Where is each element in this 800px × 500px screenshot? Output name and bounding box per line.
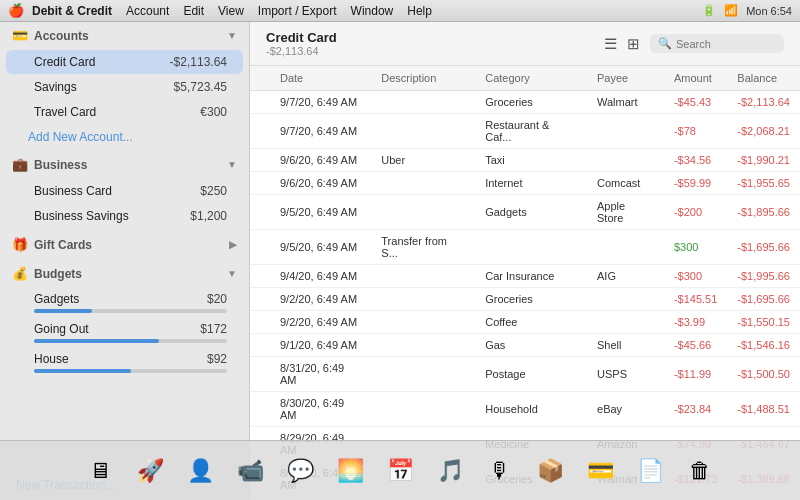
menu-account[interactable]: Account: [126, 4, 169, 18]
row-date: 8/31/20, 6:49 AM: [270, 357, 371, 392]
grid-view-icon[interactable]: ⊞: [627, 35, 640, 53]
accounts-label: Accounts: [34, 29, 89, 43]
table-row[interactable]: 9/7/20, 6:49 AM Restaurant & Caf... -$78…: [250, 114, 800, 149]
row-date: 9/4/20, 6:49 AM: [270, 265, 371, 288]
table-row[interactable]: 9/5/20, 6:49 AM Transfer from S... $300 …: [250, 230, 800, 265]
list-view-icon[interactable]: ☰: [604, 35, 617, 53]
search-input[interactable]: [676, 38, 776, 50]
row-checkbox[interactable]: [250, 357, 270, 392]
table-row[interactable]: 9/5/20, 6:49 AM Gadgets Apple Store -$20…: [250, 195, 800, 230]
row-description: [371, 172, 475, 195]
search-box[interactable]: 🔍: [650, 34, 784, 53]
business-chevron: ▼: [227, 159, 237, 170]
businesssavings-value: $1,200: [190, 209, 227, 223]
sidebar-item-businesssavings[interactable]: Business Savings $1,200: [6, 204, 243, 228]
search-icon: 🔍: [658, 37, 672, 50]
sidebar-item-creditcard[interactable]: Credit Card -$2,113.64: [6, 50, 243, 74]
sidebar-item-savings[interactable]: Savings $5,723.45: [6, 75, 243, 99]
row-payee: [587, 288, 664, 311]
sidebar-item-travelcard[interactable]: Travel Card €300: [6, 100, 243, 124]
budgets-icon: 💰: [12, 266, 28, 281]
row-checkbox[interactable]: [250, 288, 270, 311]
row-description: [371, 357, 475, 392]
budget-house[interactable]: House $92: [6, 348, 243, 377]
table-row[interactable]: 9/4/20, 6:49 AM Car Insurance AIG -$300 …: [250, 265, 800, 288]
row-payee: Comcast: [587, 172, 664, 195]
dock-photos[interactable]: 🌅: [328, 449, 372, 493]
row-checkbox[interactable]: [250, 114, 270, 149]
dock-debitcredit[interactable]: 💳: [578, 449, 622, 493]
menu-import-export[interactable]: Import / Export: [258, 4, 337, 18]
transactions-table: Date Description Category Payee Amount B…: [250, 66, 800, 500]
dock-appstore[interactable]: 📦: [528, 449, 572, 493]
accounts-icon: 💳: [12, 28, 28, 43]
row-balance: -$1,990.21: [727, 149, 800, 172]
dock-calendar[interactable]: 📅: [378, 449, 422, 493]
main-content: Credit Card -$2,113.64 ☰ ⊞ 🔍 Date Descri: [250, 22, 800, 500]
row-category: Taxi: [475, 149, 587, 172]
row-date: 9/6/20, 6:49 AM: [270, 149, 371, 172]
budgets-section: 💰 Budgets ▼ Gadgets $20 Going Out $172: [0, 260, 249, 378]
row-checkbox[interactable]: [250, 392, 270, 427]
dock-messages[interactable]: 💬: [278, 449, 322, 493]
table-row[interactable]: 9/2/20, 6:49 AM Groceries -$145.51 -$1,6…: [250, 288, 800, 311]
row-checkbox[interactable]: [250, 265, 270, 288]
menu-help[interactable]: Help: [407, 4, 432, 18]
row-payee: AIG: [587, 265, 664, 288]
dock-facetime[interactable]: 📹: [228, 449, 272, 493]
table-row[interactable]: 8/30/20, 6:49 AM Household eBay -$23.84 …: [250, 392, 800, 427]
creditcard-name: Credit Card: [34, 55, 170, 69]
menu-bar: Debit & Credit Account Edit View Import …: [32, 4, 432, 18]
menu-edit[interactable]: Edit: [183, 4, 204, 18]
giftcards-header[interactable]: 🎁 Gift Cards ▶: [0, 231, 249, 258]
table-header-row: Date Description Category Payee Amount B…: [250, 66, 800, 91]
menu-app[interactable]: Debit & Credit: [32, 4, 112, 18]
business-header[interactable]: 💼 Business ▼: [0, 151, 249, 178]
business-label: Business: [34, 158, 87, 172]
apple-icon[interactable]: 🍎: [8, 3, 24, 18]
dock-trash[interactable]: 🗑: [678, 449, 722, 493]
budgets-header[interactable]: 💰 Budgets ▼: [0, 260, 249, 287]
dock-launchpad[interactable]: 🚀: [128, 449, 172, 493]
table-row[interactable]: 9/6/20, 6:49 AM Uber Taxi -$34.56 -$1,99…: [250, 149, 800, 172]
title-bar: 🍎 Debit & Credit Account Edit View Impor…: [0, 0, 800, 22]
dock-contacts[interactable]: 👤: [178, 449, 222, 493]
accounts-header[interactable]: 💳 Accounts ▼: [0, 22, 249, 49]
budget-gadgets[interactable]: Gadgets $20: [6, 288, 243, 317]
row-checkbox[interactable]: [250, 149, 270, 172]
dock-podcasts[interactable]: 🎙: [478, 449, 522, 493]
row-checkbox[interactable]: [250, 311, 270, 334]
budget-goingout[interactable]: Going Out $172: [6, 318, 243, 347]
menu-view[interactable]: View: [218, 4, 244, 18]
content-header: Credit Card -$2,113.64 ☰ ⊞ 🔍: [250, 22, 800, 66]
row-checkbox[interactable]: [250, 230, 270, 265]
row-description: [371, 91, 475, 114]
header-controls: ☰ ⊞ 🔍: [604, 34, 784, 53]
row-checkbox[interactable]: [250, 91, 270, 114]
dock-notes[interactable]: 📄: [628, 449, 672, 493]
row-checkbox[interactable]: [250, 172, 270, 195]
dock-music[interactable]: 🎵: [428, 449, 472, 493]
row-payee: eBay: [587, 392, 664, 427]
row-checkbox[interactable]: [250, 334, 270, 357]
row-balance: -$1,955.65: [727, 172, 800, 195]
row-amount: -$11.99: [664, 357, 727, 392]
budget-house-name: House: [34, 352, 69, 366]
sidebar-item-businesscard[interactable]: Business Card $250: [6, 179, 243, 203]
savings-name: Savings: [34, 80, 174, 94]
table-row[interactable]: 9/6/20, 6:49 AM Internet Comcast -$59.99…: [250, 172, 800, 195]
giftcards-icon: 🎁: [12, 237, 28, 252]
dock-finder[interactable]: 🖥: [78, 449, 122, 493]
menu-window[interactable]: Window: [351, 4, 394, 18]
budget-house-bar: [34, 369, 131, 373]
add-account-button[interactable]: Add New Account...: [0, 125, 249, 149]
table-row[interactable]: 9/7/20, 6:49 AM Groceries Walmart -$45.4…: [250, 91, 800, 114]
row-checkbox[interactable]: [250, 195, 270, 230]
table-row[interactable]: 9/2/20, 6:49 AM Coffee -$3.99 -$1,550.15: [250, 311, 800, 334]
table-row[interactable]: 9/1/20, 6:49 AM Gas Shell -$45.66 -$1,54…: [250, 334, 800, 357]
row-description: [371, 195, 475, 230]
row-date: 9/2/20, 6:49 AM: [270, 311, 371, 334]
row-category: Groceries: [475, 91, 587, 114]
row-description: [371, 265, 475, 288]
table-row[interactable]: 8/31/20, 6:49 AM Postage USPS -$11.99 -$…: [250, 357, 800, 392]
